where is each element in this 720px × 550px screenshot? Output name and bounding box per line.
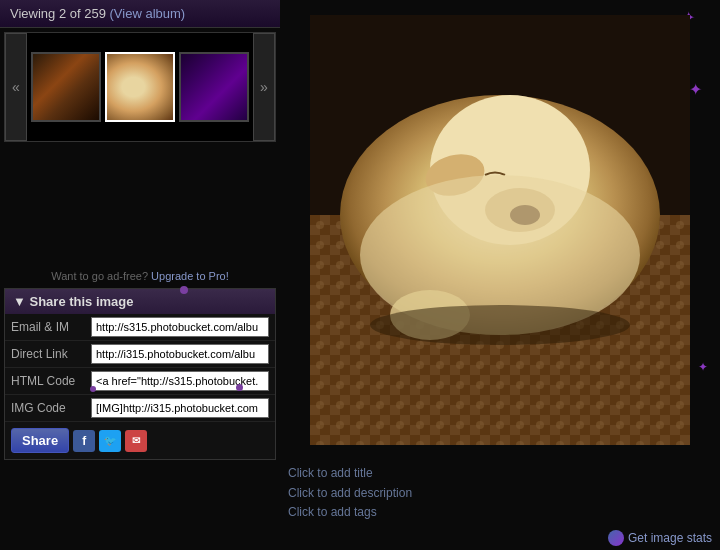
click-tags[interactable]: Click to add tags <box>288 503 712 522</box>
thumbnails <box>27 48 253 126</box>
direct-link-input[interactable] <box>91 344 269 364</box>
html-code-input[interactable] <box>91 371 269 391</box>
ad-notice: Want to go ad-free? Upgrade to Pro! <box>0 266 280 286</box>
decoration-area: Want to go ad-free? Upgrade to Pro! <box>0 146 280 286</box>
viewing-text: Viewing 2 of 259 <box>10 6 106 21</box>
right-panel: ✦ ✦ ✦ ✦ ✦ ✦ <box>280 0 720 550</box>
view-album-link[interactable]: (View album) <box>110 6 186 21</box>
stats-label: Get image stats <box>628 531 712 545</box>
html-label: HTML Code <box>11 374 91 388</box>
direct-link-row: Direct Link <box>5 341 275 368</box>
img-code-input[interactable] <box>91 398 269 418</box>
main-image-container[interactable] <box>280 0 720 460</box>
thumbnail-3[interactable] <box>179 52 249 122</box>
email-share-icon[interactable]: ✉ <box>125 430 147 452</box>
click-title[interactable]: Click to add title <box>288 464 712 483</box>
facebook-icon[interactable]: f <box>73 430 95 452</box>
twitter-icon[interactable]: 🐦 <box>99 430 121 452</box>
share-button[interactable]: Share <box>11 428 69 453</box>
email-input[interactable] <box>91 317 269 337</box>
click-description[interactable]: Click to add description <box>288 484 712 503</box>
stats-link[interactable]: Get image stats <box>608 530 712 546</box>
html-code-row: HTML Code <box>5 368 275 395</box>
img-code-row: IMG Code <box>5 395 275 422</box>
image-info: Click to add title Click to add descript… <box>280 460 720 526</box>
share-buttons: Share f 🐦 ✉ <box>5 422 275 459</box>
upgrade-link[interactable]: Upgrade to Pro! <box>151 270 229 282</box>
img-label: IMG Code <box>11 401 91 415</box>
header: Viewing 2 of 259 (View album) <box>0 0 280 28</box>
image-stats: Get image stats <box>280 526 720 550</box>
email-label: Email & IM <box>11 320 91 334</box>
prev-arrow[interactable]: « <box>5 33 27 141</box>
direct-label: Direct Link <box>11 347 91 361</box>
svg-point-13 <box>370 305 630 345</box>
thumbnail-1[interactable] <box>31 52 101 122</box>
email-row: Email & IM <box>5 314 275 341</box>
main-photo[interactable] <box>310 15 690 445</box>
stats-icon <box>608 530 624 546</box>
share-header: ▼ Share this image <box>5 289 275 314</box>
thumbnail-strip: « » <box>4 32 276 142</box>
share-section: ▼ Share this image Email & IM Direct Lin… <box>4 288 276 460</box>
thumbnail-2[interactable] <box>105 52 175 122</box>
next-arrow[interactable]: » <box>253 33 275 141</box>
